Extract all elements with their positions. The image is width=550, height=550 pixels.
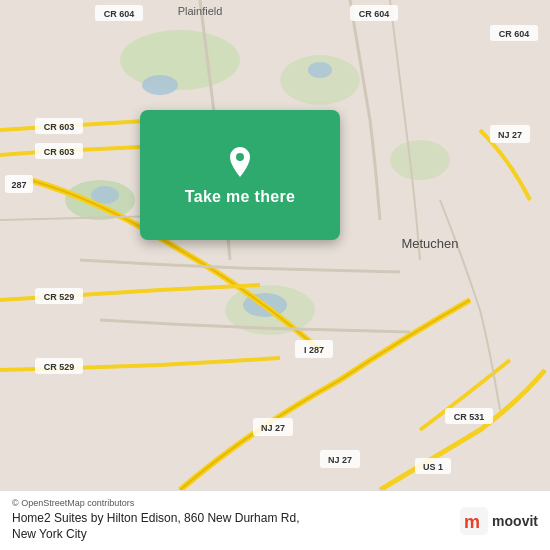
svg-text:Metuchen: Metuchen xyxy=(401,236,458,251)
svg-text:CR 603: CR 603 xyxy=(44,147,75,157)
location-pin-icon xyxy=(222,144,258,180)
svg-text:CR 529: CR 529 xyxy=(44,292,75,302)
svg-point-6 xyxy=(142,75,178,95)
svg-point-5 xyxy=(390,140,450,180)
take-me-there-label: Take me there xyxy=(185,188,295,206)
svg-text:CR 604: CR 604 xyxy=(499,29,530,39)
svg-point-1 xyxy=(120,30,240,90)
bottom-info: © OpenStreetMap contributors Home2 Suite… xyxy=(12,498,460,542)
svg-text:NJ 27: NJ 27 xyxy=(498,130,522,140)
hotel-name: Home2 Suites by Hilton Edison, 860 New D… xyxy=(12,511,460,542)
svg-text:CR 603: CR 603 xyxy=(44,122,75,132)
moovit-logo: m moovit xyxy=(460,507,538,535)
take-me-there-card[interactable]: Take me there xyxy=(140,110,340,240)
map-container: CR 604 CR 604 CR 604 CR 603 CR 603 287 I… xyxy=(0,0,550,490)
svg-text:US 1: US 1 xyxy=(423,462,443,472)
bottom-bar: © OpenStreetMap contributors Home2 Suite… xyxy=(0,490,550,550)
svg-text:Plainfield: Plainfield xyxy=(178,5,223,17)
osm-attribution: © OpenStreetMap contributors xyxy=(12,498,460,508)
svg-text:NJ 27: NJ 27 xyxy=(261,423,285,433)
map-svg: CR 604 CR 604 CR 604 CR 603 CR 603 287 I… xyxy=(0,0,550,490)
svg-text:NJ 27: NJ 27 xyxy=(328,455,352,465)
svg-text:CR 604: CR 604 xyxy=(104,9,135,19)
svg-text:CR 529: CR 529 xyxy=(44,362,75,372)
svg-text:287: 287 xyxy=(11,180,26,190)
moovit-icon: m xyxy=(460,507,488,535)
svg-text:m: m xyxy=(464,512,480,532)
svg-text:CR 531: CR 531 xyxy=(454,412,485,422)
moovit-text: moovit xyxy=(492,513,538,529)
svg-text:CR 604: CR 604 xyxy=(359,9,390,19)
svg-point-40 xyxy=(236,153,244,161)
svg-point-7 xyxy=(308,62,332,78)
svg-text:I 287: I 287 xyxy=(304,345,324,355)
